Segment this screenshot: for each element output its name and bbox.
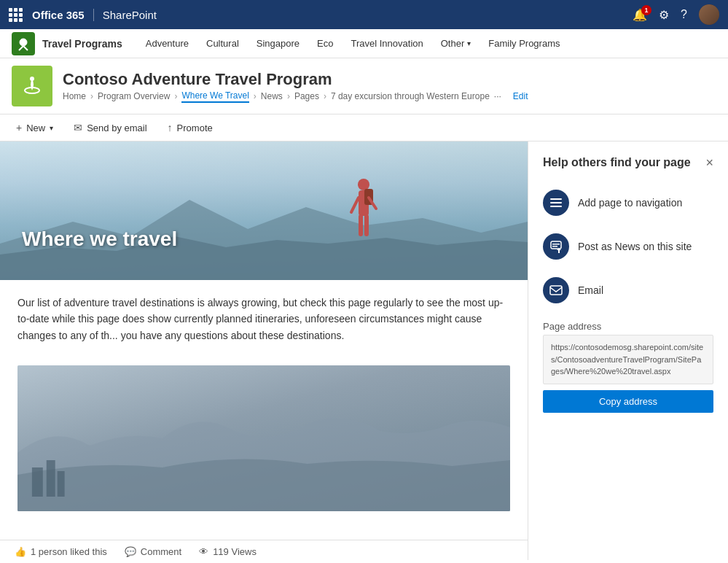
svg-point-0 xyxy=(20,39,27,46)
breadcrumb-home[interactable]: Home xyxy=(63,91,86,101)
nav-travel-innovation[interactable]: Travel Innovation xyxy=(342,29,431,58)
svg-rect-7 xyxy=(364,214,369,236)
breadcrumb-more[interactable]: ··· xyxy=(494,91,501,101)
top-navigation: Office 365 SharePoint 🔔 1 ⚙ ? xyxy=(0,0,728,29)
breadcrumb-excursion[interactable]: 7 day excursion through Western Europe xyxy=(331,91,490,101)
copy-address-button[interactable]: Copy address xyxy=(543,390,713,413)
nav-eco[interactable]: Eco xyxy=(308,29,342,58)
breadcrumb-pages[interactable]: Pages xyxy=(294,91,319,101)
views-icon: 👁 xyxy=(199,546,208,557)
site-navigation: Travel Programs Adventure Cultural Singa… xyxy=(0,29,728,58)
close-panel-button[interactable]: × xyxy=(705,156,713,169)
help-icon[interactable]: ? xyxy=(681,8,687,21)
svg-rect-13 xyxy=(550,198,562,200)
hero-title: Where we travel xyxy=(22,228,177,251)
svg-rect-17 xyxy=(552,244,560,245)
nav-cultural[interactable]: Cultural xyxy=(197,29,248,58)
svg-rect-12 xyxy=(58,471,65,497)
action-bar: + New ▾ ✉ Send by email ↑ Promote xyxy=(0,114,728,141)
user-avatar[interactable] xyxy=(699,4,719,25)
svg-point-2 xyxy=(30,77,34,81)
svg-rect-6 xyxy=(359,214,363,236)
hero-image: Where we travel xyxy=(0,141,528,280)
sharepoint-label[interactable]: SharePoint xyxy=(103,9,157,21)
post-news-action[interactable]: Post as News on this site xyxy=(543,230,713,263)
second-image xyxy=(17,365,510,511)
page-title: Contoso Adventure Travel Program xyxy=(63,70,716,89)
svg-rect-16 xyxy=(551,241,561,249)
promote-button[interactable]: ↑ Promote xyxy=(163,119,217,136)
page-address-section: Page address https://contosodemosg.share… xyxy=(543,318,713,413)
svg-rect-15 xyxy=(550,206,562,207)
breadcrumb-program-overview[interactable]: Program Overview xyxy=(98,91,170,101)
add-nav-label: Add page to navigation xyxy=(578,197,682,209)
new-button[interactable]: + New ▾ xyxy=(12,119,58,136)
svg-rect-10 xyxy=(32,467,43,497)
svg-line-8 xyxy=(351,198,359,212)
post-news-label: Post as News on this site xyxy=(578,241,692,252)
settings-icon[interactable]: ⚙ xyxy=(659,8,669,22)
svg-rect-18 xyxy=(552,246,557,247)
notification-badge: 1 xyxy=(641,5,651,15)
nav-family-programs[interactable]: Family Programs xyxy=(480,29,568,58)
views-label: 119 Views xyxy=(213,546,257,557)
svg-rect-19 xyxy=(550,286,562,295)
nav-singapore[interactable]: Singapore xyxy=(248,29,308,58)
email-action-icon xyxy=(543,277,569,303)
site-nav-items: Adventure Cultural Singapore Eco Travel … xyxy=(137,29,569,58)
comment-icon: 💬 xyxy=(125,546,136,557)
page-icon xyxy=(12,66,52,106)
add-navigation-action[interactable]: Add page to navigation xyxy=(543,187,713,219)
email-icon: ✉ xyxy=(74,122,82,133)
page-address-label: Page address xyxy=(543,321,713,332)
site-logo xyxy=(12,32,35,55)
plus-icon: + xyxy=(16,122,22,133)
svg-rect-11 xyxy=(47,460,55,497)
app-grid-icon[interactable] xyxy=(9,8,22,22)
promote-icon: ↑ xyxy=(168,122,173,133)
page-header: Contoso Adventure Travel Program Home › … xyxy=(0,58,728,114)
panel-title: Help others find your page xyxy=(543,156,691,169)
body-text: Our list of adventure travel destination… xyxy=(17,295,510,343)
email-label: Email xyxy=(578,284,603,296)
footer-bar: 👍 1 person liked this 💬 Comment 👁 119 Vi… xyxy=(0,540,528,563)
office365-label[interactable]: Office 365 xyxy=(32,9,94,21)
nav-adventure[interactable]: Adventure xyxy=(137,29,197,58)
nav-other[interactable]: Other ▾ xyxy=(432,29,480,58)
like-icon: 👍 xyxy=(15,546,26,557)
breadcrumb-where-we-travel[interactable]: Where We Travel xyxy=(181,90,248,103)
svg-rect-14 xyxy=(550,202,562,203)
chevron-down-icon: ▾ xyxy=(50,124,53,132)
email-action[interactable]: Email xyxy=(543,274,713,306)
body-section: Our list of adventure travel destination… xyxy=(0,280,528,358)
svg-point-3 xyxy=(358,179,369,190)
chevron-down-icon: ▾ xyxy=(467,39,471,47)
comment-item[interactable]: 💬 Comment xyxy=(125,546,181,557)
send-email-button[interactable]: ✉ Send by email xyxy=(69,119,151,136)
comment-label: Comment xyxy=(141,546,181,557)
content-area: Where we travel Our list of adventure tr… xyxy=(0,141,528,560)
likes-label: 1 person liked this xyxy=(31,546,107,557)
add-nav-icon xyxy=(543,190,569,216)
promote-panel: Help others find your page × Add page to… xyxy=(528,141,728,560)
post-news-icon xyxy=(543,233,569,260)
page-url[interactable]: https://contosodemosg.sharepoint.com/sit… xyxy=(543,335,713,384)
edit-link[interactable]: Edit xyxy=(513,91,528,101)
notification-icon[interactable]: 🔔 1 xyxy=(633,8,647,22)
views-item[interactable]: 👁 119 Views xyxy=(199,546,257,557)
breadcrumb-news[interactable]: News xyxy=(261,91,283,101)
likes-item[interactable]: 👍 1 person liked this xyxy=(15,546,107,557)
breadcrumb: Home › Program Overview › Where We Trave… xyxy=(63,90,716,103)
site-title[interactable]: Travel Programs xyxy=(42,38,122,50)
